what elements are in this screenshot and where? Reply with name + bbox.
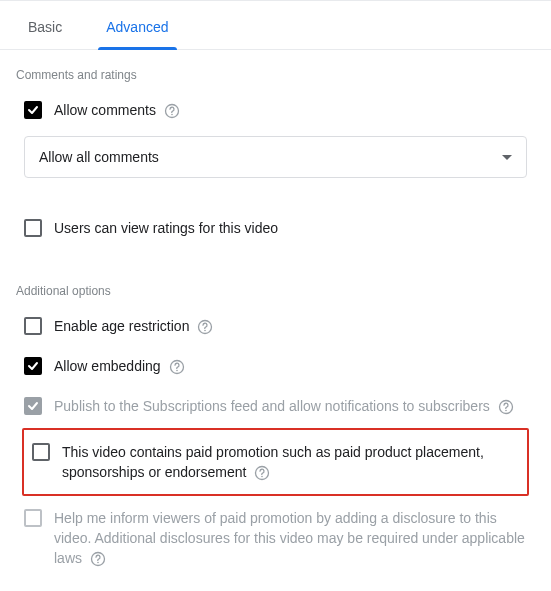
age-restriction-checkbox[interactable] (24, 317, 42, 335)
paid-promotion-checkbox[interactable] (32, 443, 50, 461)
help-icon[interactable] (90, 551, 106, 567)
section-comments-heading: Comments and ratings (0, 50, 551, 90)
help-icon[interactable] (164, 103, 180, 119)
ratings-row[interactable]: Users can view ratings for this video (16, 208, 535, 248)
paid-promotion-label: This video contains paid promotion such … (62, 444, 484, 480)
tab-advanced[interactable]: Advanced (102, 1, 172, 49)
age-restriction-row[interactable]: Enable age restriction (16, 306, 535, 346)
tab-basic[interactable]: Basic (24, 1, 66, 49)
comments-moderation-value: Allow all comments (39, 149, 159, 165)
paid-promotion-highlight: This video contains paid promotion such … (22, 428, 529, 496)
paid-promotion-row[interactable]: This video contains paid promotion such … (24, 432, 527, 492)
embedding-row[interactable]: Allow embedding (16, 346, 535, 386)
section-additional-heading: Additional options (0, 266, 551, 306)
subscriptions-label: Publish to the Subscriptions feed and al… (54, 398, 490, 414)
help-icon[interactable] (169, 359, 185, 375)
inform-viewers-label: Help me inform viewers of paid promotion… (54, 510, 525, 566)
embedding-checkbox[interactable] (24, 357, 42, 375)
subscriptions-row: Publish to the Subscriptions feed and al… (16, 386, 535, 426)
ratings-label: Users can view ratings for this video (54, 220, 278, 236)
ratings-checkbox[interactable] (24, 219, 42, 237)
help-icon[interactable] (498, 399, 514, 415)
chevron-down-icon (502, 155, 512, 160)
allow-comments-row[interactable]: Allow comments (16, 90, 535, 130)
help-icon[interactable] (254, 465, 270, 481)
allow-comments-label: Allow comments (54, 102, 156, 118)
tab-advanced-label: Advanced (106, 19, 168, 35)
subscriptions-checkbox (24, 397, 42, 415)
comments-moderation-select[interactable]: Allow all comments (24, 136, 527, 178)
allow-comments-checkbox[interactable] (24, 101, 42, 119)
help-icon[interactable] (197, 319, 213, 335)
age-restriction-label: Enable age restriction (54, 318, 189, 334)
tabs: Basic Advanced (0, 1, 551, 50)
embedding-label: Allow embedding (54, 358, 161, 374)
inform-viewers-row: Help me inform viewers of paid promotion… (16, 498, 535, 578)
tab-basic-label: Basic (28, 19, 62, 35)
inform-viewers-checkbox (24, 509, 42, 527)
